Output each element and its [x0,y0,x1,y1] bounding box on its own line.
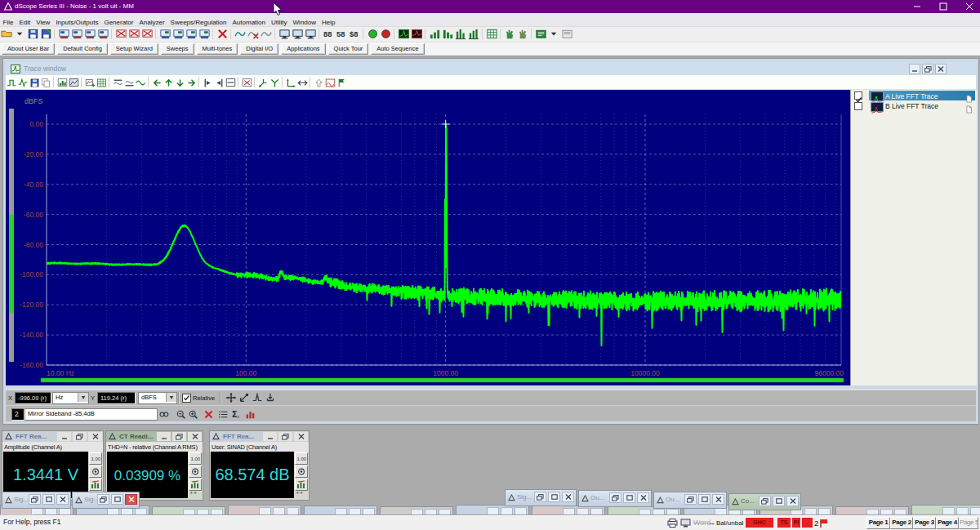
cursor-x-unit-select[interactable]: Hz▼ [52,392,89,404]
digital-88-icon[interactable]: 88 [323,28,335,40]
marker-chart-icon[interactable] [245,408,256,420]
quickbar-applications[interactable]: Applications [281,43,325,55]
close-button[interactable] [786,496,799,506]
grid-icon[interactable] [486,28,498,40]
minimize-button[interactable] [157,432,171,441]
quickbar-default-config[interactable]: Default Config [57,43,108,55]
minimized-window-clipped[interactable] [304,506,377,514]
monitor-c-icon[interactable] [305,28,317,40]
restore-button[interactable] [73,432,87,441]
legend-doc-icon[interactable] [965,102,973,117]
readout-scale-button[interactable]: 1.00 [295,452,308,465]
gen-off-icon[interactable] [115,28,127,40]
readout-settings-button[interactable] [89,465,102,478]
chart-x-icon[interactable] [242,77,252,87]
input-ref-icon[interactable] [185,28,198,40]
maximize-button[interactable] [548,492,560,502]
relative-checkbox[interactable] [182,394,191,403]
page-tab-3[interactable]: Page 3 [913,517,936,529]
close-button[interactable] [965,2,973,11]
page-tab-4[interactable]: Page 4 [936,517,959,529]
minimize-button[interactable] [913,2,921,11]
marker-goto-icon[interactable] [158,408,170,420]
axes-icon[interactable] [286,77,296,87]
chart-add-icon[interactable] [85,77,96,87]
up-arrow-icon[interactable] [314,77,324,87]
pan-left-icon[interactable] [152,77,163,87]
pan-up-icon[interactable] [163,77,174,87]
minimized-window-sig[interactable]: Sig... [505,489,577,506]
cursor-move-icon[interactable] [225,392,237,403]
hand-b-icon[interactable] [517,28,529,40]
quickbar-quick-tour[interactable]: Quick Tour [328,43,369,55]
chart-dark-icon[interactable] [69,77,79,87]
dropdown-arrow-icon[interactable]: ▼ [78,393,88,402]
trace-window-close-button[interactable] [935,64,947,74]
maximize-button[interactable] [698,494,710,505]
page-tab-1[interactable]: Page 1 [866,517,890,529]
quickbar-digital-i-o[interactable]: Digital I/O [240,43,278,55]
scope-green-icon[interactable] [398,28,410,40]
close-button[interactable] [56,494,69,505]
close-button[interactable] [294,432,308,441]
pin-right-icon[interactable] [214,77,225,87]
minimize-button[interactable] [263,432,277,441]
restore-button[interactable] [684,494,697,505]
minimized-window-ou[interactable]: Ou... [578,490,652,507]
trace-zigzag-icon[interactable] [7,77,17,87]
legend-row-a[interactable]: A Live FFT Trace [851,91,977,100]
marker-text-input[interactable]: Mirror Sideband -85,4dB [24,408,158,421]
marker-zoomin-icon[interactable] [188,408,199,420]
hand-a-icon[interactable] [504,28,516,40]
minimized-window-sig[interactable]: Sig... [72,492,140,509]
pan-right-icon[interactable] [186,77,197,87]
wave-n-icon[interactable] [136,77,146,87]
readout-scale-button[interactable]: 1.00 [189,452,202,465]
trace-copy-icon[interactable] [41,77,51,87]
signal-alt-icon[interactable] [261,28,273,40]
book-alt-icon[interactable] [561,28,573,40]
stop-icon[interactable] [380,28,392,40]
close-button[interactable] [88,432,102,441]
flat-top-icon[interactable] [113,77,123,87]
quickbar-setup-wizard[interactable]: Setup Wizard [110,43,158,55]
maximize-button[interactable] [623,492,635,503]
analyzer-off-icon[interactable] [216,28,229,40]
grid-small-icon[interactable] [96,77,107,87]
legend-checkbox-a[interactable] [854,91,862,100]
maximize-button[interactable] [939,2,947,11]
marker-list-icon[interactable] [218,408,229,420]
input-b-icon[interactable] [172,28,185,40]
save-icon[interactable] [27,28,39,40]
open-icon[interactable] [1,28,13,40]
cursor-y-unit-select[interactable]: dBFS▼ [138,392,177,404]
restore-button[interactable] [97,494,109,505]
towers-icon[interactable] [455,28,467,40]
quickbar-multi-tones[interactable]: Multi-tones [197,43,238,55]
minimized-window-clipped[interactable] [911,505,980,514]
monitor-a-icon[interactable] [278,28,291,40]
readout-titlebar[interactable]: CT Readi... [106,431,203,442]
close-button[interactable] [637,492,649,503]
sweep-down-icon[interactable] [442,28,454,40]
minimized-window-clipped[interactable] [380,506,453,514]
run-icon[interactable] [367,28,379,40]
readout-settings-button[interactable] [295,465,308,478]
restore-button[interactable] [759,496,771,506]
readout-titlebar[interactable]: FFT Rea... [210,431,309,442]
minimized-window-ou[interactable]: Ou... [653,492,727,509]
monitor-b-icon[interactable] [292,28,304,40]
gen-stop-icon[interactable] [141,28,154,40]
legend-checkbox-b[interactable] [854,102,862,110]
flag-icon[interactable] [336,77,347,87]
readout-scale-button[interactable]: 1.00 [89,452,102,465]
cursor-link-icon[interactable] [265,392,276,403]
export-icon[interactable] [40,28,52,40]
chart-green-icon[interactable] [57,77,68,87]
input-a-icon[interactable] [159,28,172,40]
readout-titlebar[interactable]: FFT Rea... [2,431,103,442]
minimized-window-co[interactable]: Co... [728,493,801,510]
output-b-icon[interactable] [71,28,83,40]
trace-window-titlebar[interactable]: Trace window [6,62,976,75]
maximize-button[interactable] [42,494,55,505]
